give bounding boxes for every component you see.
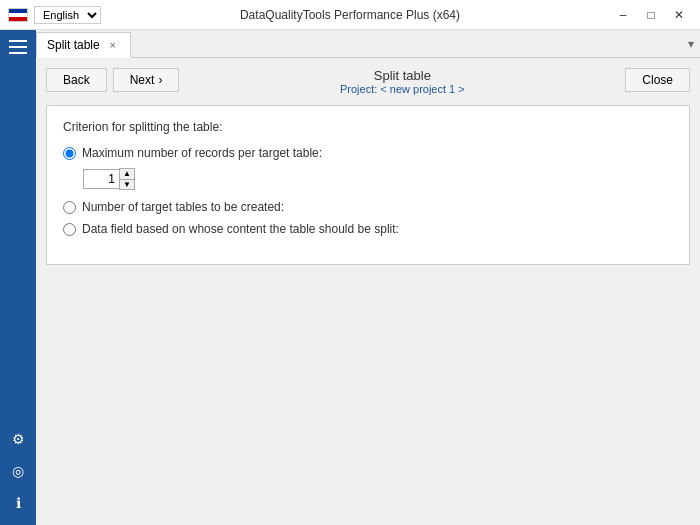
next-arrow-icon: › [158, 73, 162, 87]
radio-max-records[interactable] [63, 147, 76, 160]
title-bar: English DataQualityTools Performance Plu… [0, 0, 700, 30]
tab-close-button[interactable]: × [106, 38, 120, 52]
wizard-title-subtitle: Project: < new project 1 > [340, 83, 465, 95]
title-bar-left: English [8, 6, 101, 24]
next-button[interactable]: Next › [113, 68, 180, 92]
tab-bar: Split table × ▾ [36, 30, 700, 58]
spin-down-button[interactable]: ▼ [120, 179, 134, 189]
split-table-tab[interactable]: Split table × [36, 32, 131, 58]
info-button[interactable]: ℹ [4, 489, 32, 517]
minimize-button[interactable]: – [610, 5, 636, 25]
tab-scroll-button[interactable]: ▾ [682, 37, 700, 51]
hamburger-line-2 [9, 46, 27, 48]
help-button[interactable]: ◎ [4, 457, 32, 485]
hamburger-line-1 [9, 40, 27, 42]
tab-label: Split table [47, 38, 100, 52]
back-button[interactable]: Back [46, 68, 107, 92]
sidebar-menu-button[interactable] [4, 36, 32, 58]
label-max-records: Maximum number of records per target tab… [82, 146, 322, 160]
label-num-tables: Number of target tables to be created: [82, 200, 284, 214]
flag-icon [8, 8, 28, 22]
app-title: DataQualityTools Performance Plus (x64) [240, 8, 460, 22]
wizard-title: Split table Project: < new project 1 > [340, 68, 465, 95]
sidebar-bottom: ⚙ ◎ ℹ [4, 425, 32, 525]
spin-buttons: ▲ ▼ [119, 168, 135, 190]
option-data-field: Data field based on whose content the ta… [63, 222, 673, 236]
wizard-header: Back Next › Split table Project: < new p… [46, 68, 690, 95]
window-controls: – □ ✕ [610, 5, 692, 25]
option-max-records: Maximum number of records per target tab… [63, 146, 673, 160]
radio-num-tables[interactable] [63, 201, 76, 214]
spin-up-button[interactable]: ▲ [120, 169, 134, 179]
main-panel: Back Next › Split table Project: < new p… [36, 58, 700, 525]
close-window-button[interactable]: ✕ [666, 5, 692, 25]
language-select[interactable]: English [34, 6, 101, 24]
info-icon: ℹ [16, 495, 21, 511]
option-num-tables: Number of target tables to be created: [63, 200, 673, 214]
wizard-nav: Back Next › [46, 68, 179, 92]
close-button[interactable]: Close [625, 68, 690, 92]
restore-button[interactable]: □ [638, 5, 664, 25]
app-layout: ⚙ ◎ ℹ Split table × ▾ Back [0, 30, 700, 525]
max-records-spinner-row: ▲ ▼ [83, 168, 673, 190]
hamburger-line-3 [9, 52, 27, 54]
max-records-input[interactable] [83, 169, 119, 189]
sidebar: ⚙ ◎ ℹ [0, 30, 36, 525]
radio-data-field[interactable] [63, 223, 76, 236]
gear-icon: ⚙ [12, 431, 25, 447]
help-icon: ◎ [12, 463, 24, 479]
label-data-field: Data field based on whose content the ta… [82, 222, 399, 236]
content-area: Split table × ▾ Back Next › Split table … [36, 30, 700, 525]
options-panel: Criterion for splitting the table: Maxim… [46, 105, 690, 265]
settings-button[interactable]: ⚙ [4, 425, 32, 453]
wizard-title-text: Split table [340, 68, 465, 83]
next-label: Next [130, 73, 155, 87]
options-panel-title: Criterion for splitting the table: [63, 120, 673, 134]
